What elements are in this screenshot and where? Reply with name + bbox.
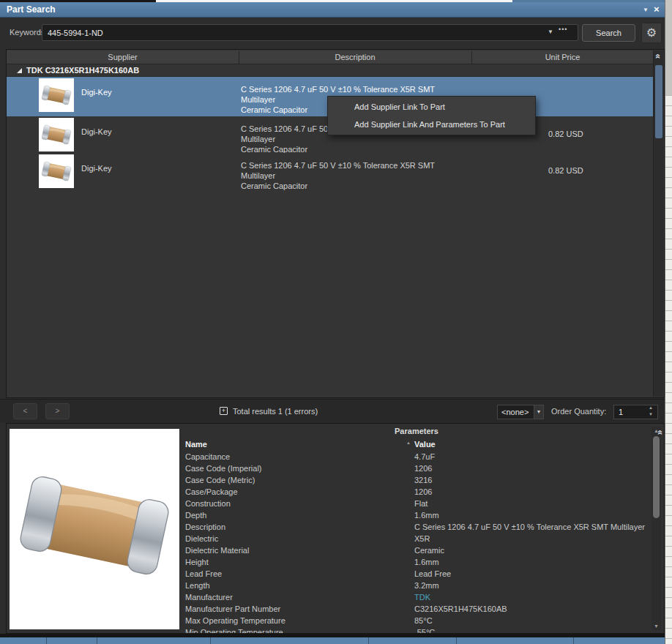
- capacitor-image: [12, 452, 176, 599]
- group-row-part-number[interactable]: TDK C3216X5R1H475K160AB: [7, 64, 654, 77]
- parameter-value: 1206: [414, 463, 432, 474]
- expand-results-icon[interactable]: +: [220, 407, 228, 415]
- parameter-row: Dielectric X5R: [179, 533, 651, 544]
- parameter-name: Length: [185, 580, 210, 591]
- panel-titlebar[interactable]: Part Search ▼ ×: [0, 2, 665, 18]
- supplier-name: Digi-Key: [81, 164, 112, 173]
- unit-price: 0.82 USD: [548, 166, 583, 175]
- parameter-name: Case Code (Imperial): [185, 463, 262, 474]
- part-thumbnail: [39, 154, 74, 188]
- result-row[interactable]: Digi-Key C Series 1206 4.7 uF 50 V ±10 %…: [7, 153, 654, 190]
- keywords-more-icon[interactable]: •••: [559, 26, 567, 33]
- group-label: TDK C3216X5R1H475K160AB: [26, 64, 139, 77]
- parameter-value: 3216: [414, 474, 432, 486]
- parameter-name: Case/Package: [185, 486, 238, 498]
- column-header-description[interactable]: Description: [239, 50, 471, 64]
- gear-icon[interactable]: ⚙: [641, 23, 662, 43]
- parameter-row: Length 3.2mm: [179, 580, 651, 591]
- parameter-name: Height: [185, 556, 209, 568]
- chevron-down-icon: ▼: [534, 405, 543, 419]
- column-divider: [239, 51, 239, 64]
- column-divider: [471, 51, 472, 64]
- menu-item-add-supplier-link-and-parameters[interactable]: Add Supplier Link And Parameters To Part: [328, 116, 535, 133]
- panel-menu-icon[interactable]: ▼: [643, 7, 649, 13]
- status-bar: < > + Total results 1 (1 errors) <none> …: [0, 399, 665, 423]
- column-header-unit-price[interactable]: Unit Price: [471, 50, 654, 64]
- part-photo: [10, 429, 179, 629]
- results-scrollbar[interactable]: [653, 50, 663, 397]
- parameter-name: Dielectric Material: [185, 544, 249, 556]
- parameter-row: Dielectric Material Ceramic: [179, 544, 651, 556]
- parameter-name: Depth: [185, 509, 206, 521]
- parameter-value[interactable]: TDK: [414, 591, 430, 603]
- parameter-row: Capacitance 4.7uF: [179, 451, 651, 463]
- parameter-row: Manufacturer Part Number C3216X5R1H475K1…: [179, 603, 651, 615]
- description-line2: Ceramic Capacitor: [241, 181, 469, 191]
- parameter-name: Max Operating Temperature: [185, 615, 285, 626]
- results-scrollbar-thumb[interactable]: [655, 65, 662, 138]
- collapse-triangle-icon: [17, 68, 22, 73]
- parameter-row: Case Code (Imperial) 1206: [179, 463, 651, 474]
- panel-title: Part Search: [7, 2, 56, 18]
- parameter-value: X5R: [414, 533, 430, 544]
- description-line1: C Series 1206 4.7 uF 50 V ±10 % Toleranc…: [241, 160, 469, 181]
- parameter-value: 85°C: [414, 615, 433, 626]
- pricing-dropdown[interactable]: <none> ▼: [497, 405, 544, 419]
- parameter-value: Ceramic: [414, 544, 444, 556]
- spinner-down-icon[interactable]: ▼: [649, 412, 653, 416]
- order-quantity-label: Order Quantity:: [551, 400, 606, 424]
- parameters-name-header[interactable]: Name: [185, 438, 207, 450]
- sort-ascending-icon: ▲: [406, 441, 411, 445]
- context-menu: Add Supplier Link To Part Add Supplier L…: [327, 96, 536, 135]
- parameter-value: Lead Free: [414, 568, 451, 580]
- parameter-value: 4.7uF: [414, 451, 435, 463]
- parameters-title: Parameters: [179, 425, 654, 438]
- parameter-row: Construction Flat: [179, 498, 651, 509]
- parameters-scrollbar-thumb[interactable]: [653, 436, 660, 518]
- prev-page-button[interactable]: <: [13, 403, 37, 419]
- parameters-value-header[interactable]: Value: [414, 438, 436, 450]
- supplier-name: Digi-Key: [81, 88, 112, 97]
- parameter-value: 1.6mm: [414, 556, 439, 568]
- parameter-row: Case/Package 1206: [179, 486, 651, 498]
- parameter-row: Max Operating Temperature 85°C: [179, 615, 651, 626]
- next-page-button[interactable]: >: [45, 403, 70, 419]
- parameter-row: Manufacturer TDK: [179, 591, 651, 603]
- bottom-panel-edge: [0, 637, 665, 644]
- parameter-name: Case Code (Metric): [185, 474, 255, 486]
- parameters-section: Parameters Name ▲ Value Capacitance 4.7u…: [6, 423, 665, 634]
- parameter-row: Min Operating Temperature -55°C: [179, 626, 651, 633]
- search-button[interactable]: Search: [582, 24, 635, 42]
- parameter-value: Flat: [414, 498, 428, 509]
- app-edge-ruler: [665, 0, 672, 644]
- parameter-row: Lead Free Lead Free: [179, 568, 651, 580]
- parameter-name: Manufacturer: [185, 591, 233, 603]
- total-results-text: Total results 1 (1 errors): [233, 400, 318, 424]
- parameter-value: C Series 1206 4.7 uF 50 V ±10 % Toleranc…: [414, 521, 645, 533]
- parameters-collapse-icon[interactable]: »: [655, 430, 664, 435]
- parameter-row: Height 1.6mm: [179, 556, 651, 568]
- menu-item-add-supplier-link[interactable]: Add Supplier Link To Part: [328, 98, 535, 116]
- parameter-name: Min Operating Temperature: [185, 626, 283, 633]
- parameters-scrollbar[interactable]: ▲ ▼: [652, 427, 661, 630]
- part-thumbnail: [39, 78, 74, 112]
- supplier-name: Digi-Key: [81, 127, 112, 136]
- column-header-supplier[interactable]: Supplier: [7, 50, 239, 64]
- keywords-input[interactable]: [42, 24, 578, 41]
- bottom-edge-divider: [456, 637, 457, 644]
- bottom-edge-divider: [97, 637, 97, 644]
- close-icon[interactable]: ×: [654, 4, 660, 15]
- parameters-rows: Capacitance 4.7uF Case Code (Imperial) 1…: [179, 451, 651, 633]
- app-edge-ruler-ticks: [665, 95, 672, 644]
- parameter-value: -55°C: [414, 626, 435, 633]
- part-search-panel: Part Search ▼ × Keywords: ▼ ••• Search ⚙…: [0, 0, 672, 644]
- keywords-dropdown-icon[interactable]: ▼: [548, 29, 553, 35]
- parameter-name: Construction: [185, 498, 231, 509]
- spinner-up-icon[interactable]: ▲: [649, 405, 653, 410]
- scroll-down-icon[interactable]: ▼: [652, 624, 661, 629]
- part-thumbnail: [39, 118, 74, 151]
- results-header: Supplier Description Unit Price: [7, 50, 654, 64]
- results-collapse-icon[interactable]: »: [653, 54, 662, 59]
- parameter-name: Description: [185, 521, 225, 533]
- bottom-edge-divider: [573, 637, 574, 644]
